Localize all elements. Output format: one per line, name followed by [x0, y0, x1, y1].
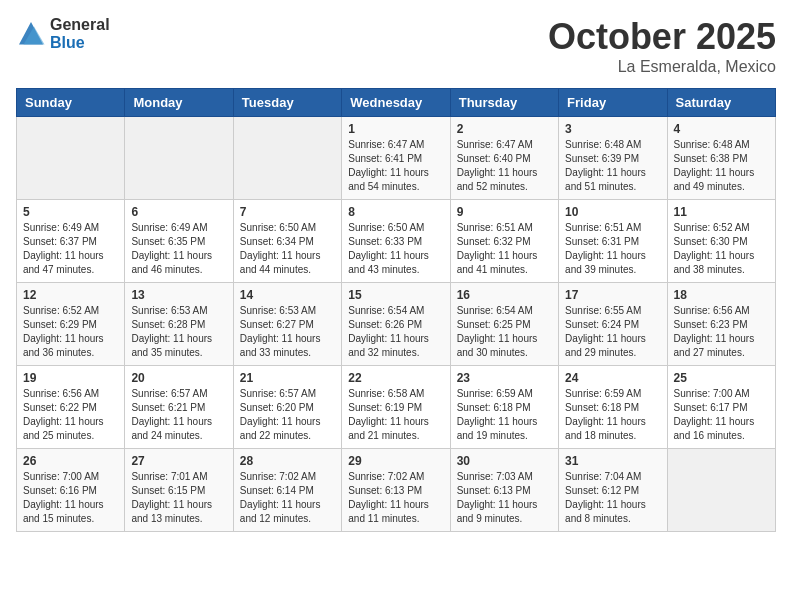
day-number: 11	[674, 205, 769, 219]
day-info: Sunrise: 7:00 AM Sunset: 6:17 PM Dayligh…	[674, 387, 769, 443]
day-number: 22	[348, 371, 443, 385]
weekday-header-saturday: Saturday	[667, 89, 775, 117]
weekday-header-tuesday: Tuesday	[233, 89, 341, 117]
weekday-header-sunday: Sunday	[17, 89, 125, 117]
day-info: Sunrise: 6:47 AM Sunset: 6:40 PM Dayligh…	[457, 138, 552, 194]
day-info: Sunrise: 7:02 AM Sunset: 6:14 PM Dayligh…	[240, 470, 335, 526]
calendar-cell: 7Sunrise: 6:50 AM Sunset: 6:34 PM Daylig…	[233, 200, 341, 283]
week-row-2: 5Sunrise: 6:49 AM Sunset: 6:37 PM Daylig…	[17, 200, 776, 283]
day-info: Sunrise: 7:00 AM Sunset: 6:16 PM Dayligh…	[23, 470, 118, 526]
calendar-cell: 26Sunrise: 7:00 AM Sunset: 6:16 PM Dayli…	[17, 449, 125, 532]
day-number: 7	[240, 205, 335, 219]
calendar-cell: 2Sunrise: 6:47 AM Sunset: 6:40 PM Daylig…	[450, 117, 558, 200]
day-number: 29	[348, 454, 443, 468]
day-info: Sunrise: 6:48 AM Sunset: 6:39 PM Dayligh…	[565, 138, 660, 194]
day-number: 26	[23, 454, 118, 468]
day-number: 10	[565, 205, 660, 219]
calendar-cell: 22Sunrise: 6:58 AM Sunset: 6:19 PM Dayli…	[342, 366, 450, 449]
day-number: 1	[348, 122, 443, 136]
calendar-cell: 4Sunrise: 6:48 AM Sunset: 6:38 PM Daylig…	[667, 117, 775, 200]
calendar-cell: 8Sunrise: 6:50 AM Sunset: 6:33 PM Daylig…	[342, 200, 450, 283]
calendar-cell: 30Sunrise: 7:03 AM Sunset: 6:13 PM Dayli…	[450, 449, 558, 532]
day-info: Sunrise: 6:50 AM Sunset: 6:34 PM Dayligh…	[240, 221, 335, 277]
day-number: 20	[131, 371, 226, 385]
day-info: Sunrise: 6:49 AM Sunset: 6:35 PM Dayligh…	[131, 221, 226, 277]
day-number: 14	[240, 288, 335, 302]
calendar-cell: 12Sunrise: 6:52 AM Sunset: 6:29 PM Dayli…	[17, 283, 125, 366]
day-number: 28	[240, 454, 335, 468]
calendar-cell: 1Sunrise: 6:47 AM Sunset: 6:41 PM Daylig…	[342, 117, 450, 200]
calendar-cell: 10Sunrise: 6:51 AM Sunset: 6:31 PM Dayli…	[559, 200, 667, 283]
calendar-cell: 5Sunrise: 6:49 AM Sunset: 6:37 PM Daylig…	[17, 200, 125, 283]
week-row-1: 1Sunrise: 6:47 AM Sunset: 6:41 PM Daylig…	[17, 117, 776, 200]
title-area: October 2025 La Esmeralda, Mexico	[548, 16, 776, 76]
day-info: Sunrise: 7:02 AM Sunset: 6:13 PM Dayligh…	[348, 470, 443, 526]
day-info: Sunrise: 7:03 AM Sunset: 6:13 PM Dayligh…	[457, 470, 552, 526]
day-number: 2	[457, 122, 552, 136]
calendar-cell	[233, 117, 341, 200]
calendar-cell: 16Sunrise: 6:54 AM Sunset: 6:25 PM Dayli…	[450, 283, 558, 366]
day-info: Sunrise: 6:57 AM Sunset: 6:21 PM Dayligh…	[131, 387, 226, 443]
day-number: 12	[23, 288, 118, 302]
calendar-title: October 2025	[548, 16, 776, 58]
day-info: Sunrise: 6:48 AM Sunset: 6:38 PM Dayligh…	[674, 138, 769, 194]
calendar-cell: 20Sunrise: 6:57 AM Sunset: 6:21 PM Dayli…	[125, 366, 233, 449]
day-info: Sunrise: 6:56 AM Sunset: 6:23 PM Dayligh…	[674, 304, 769, 360]
logo: General Blue	[16, 16, 110, 51]
day-number: 24	[565, 371, 660, 385]
day-info: Sunrise: 6:52 AM Sunset: 6:29 PM Dayligh…	[23, 304, 118, 360]
day-number: 4	[674, 122, 769, 136]
day-info: Sunrise: 6:49 AM Sunset: 6:37 PM Dayligh…	[23, 221, 118, 277]
day-number: 5	[23, 205, 118, 219]
day-number: 31	[565, 454, 660, 468]
calendar-cell: 19Sunrise: 6:56 AM Sunset: 6:22 PM Dayli…	[17, 366, 125, 449]
calendar-cell: 3Sunrise: 6:48 AM Sunset: 6:39 PM Daylig…	[559, 117, 667, 200]
logo-general-text: General	[50, 16, 110, 34]
day-info: Sunrise: 6:57 AM Sunset: 6:20 PM Dayligh…	[240, 387, 335, 443]
calendar-cell: 21Sunrise: 6:57 AM Sunset: 6:20 PM Dayli…	[233, 366, 341, 449]
week-row-4: 19Sunrise: 6:56 AM Sunset: 6:22 PM Dayli…	[17, 366, 776, 449]
calendar-cell: 29Sunrise: 7:02 AM Sunset: 6:13 PM Dayli…	[342, 449, 450, 532]
day-info: Sunrise: 6:52 AM Sunset: 6:30 PM Dayligh…	[674, 221, 769, 277]
calendar-cell	[667, 449, 775, 532]
day-info: Sunrise: 6:53 AM Sunset: 6:27 PM Dayligh…	[240, 304, 335, 360]
day-number: 19	[23, 371, 118, 385]
weekday-header-wednesday: Wednesday	[342, 89, 450, 117]
day-number: 18	[674, 288, 769, 302]
calendar-cell: 14Sunrise: 6:53 AM Sunset: 6:27 PM Dayli…	[233, 283, 341, 366]
day-info: Sunrise: 7:01 AM Sunset: 6:15 PM Dayligh…	[131, 470, 226, 526]
calendar-cell: 11Sunrise: 6:52 AM Sunset: 6:30 PM Dayli…	[667, 200, 775, 283]
day-info: Sunrise: 6:59 AM Sunset: 6:18 PM Dayligh…	[565, 387, 660, 443]
day-info: Sunrise: 6:56 AM Sunset: 6:22 PM Dayligh…	[23, 387, 118, 443]
calendar-cell: 24Sunrise: 6:59 AM Sunset: 6:18 PM Dayli…	[559, 366, 667, 449]
day-number: 15	[348, 288, 443, 302]
day-info: Sunrise: 6:54 AM Sunset: 6:25 PM Dayligh…	[457, 304, 552, 360]
day-info: Sunrise: 6:55 AM Sunset: 6:24 PM Dayligh…	[565, 304, 660, 360]
day-info: Sunrise: 6:47 AM Sunset: 6:41 PM Dayligh…	[348, 138, 443, 194]
calendar-cell: 27Sunrise: 7:01 AM Sunset: 6:15 PM Dayli…	[125, 449, 233, 532]
logo-text: General Blue	[50, 16, 110, 51]
day-number: 6	[131, 205, 226, 219]
day-number: 3	[565, 122, 660, 136]
day-info: Sunrise: 6:54 AM Sunset: 6:26 PM Dayligh…	[348, 304, 443, 360]
weekday-header-monday: Monday	[125, 89, 233, 117]
day-number: 27	[131, 454, 226, 468]
calendar-cell: 6Sunrise: 6:49 AM Sunset: 6:35 PM Daylig…	[125, 200, 233, 283]
day-info: Sunrise: 6:53 AM Sunset: 6:28 PM Dayligh…	[131, 304, 226, 360]
logo-blue-text: Blue	[50, 34, 110, 52]
calendar-table: SundayMondayTuesdayWednesdayThursdayFrid…	[16, 88, 776, 532]
day-number: 13	[131, 288, 226, 302]
day-number: 23	[457, 371, 552, 385]
week-row-5: 26Sunrise: 7:00 AM Sunset: 6:16 PM Dayli…	[17, 449, 776, 532]
day-info: Sunrise: 6:50 AM Sunset: 6:33 PM Dayligh…	[348, 221, 443, 277]
day-info: Sunrise: 7:04 AM Sunset: 6:12 PM Dayligh…	[565, 470, 660, 526]
day-number: 16	[457, 288, 552, 302]
day-number: 30	[457, 454, 552, 468]
logo-icon	[16, 19, 46, 49]
day-number: 9	[457, 205, 552, 219]
calendar-cell: 28Sunrise: 7:02 AM Sunset: 6:14 PM Dayli…	[233, 449, 341, 532]
calendar-cell: 18Sunrise: 6:56 AM Sunset: 6:23 PM Dayli…	[667, 283, 775, 366]
day-info: Sunrise: 6:58 AM Sunset: 6:19 PM Dayligh…	[348, 387, 443, 443]
day-number: 17	[565, 288, 660, 302]
calendar-location: La Esmeralda, Mexico	[548, 58, 776, 76]
